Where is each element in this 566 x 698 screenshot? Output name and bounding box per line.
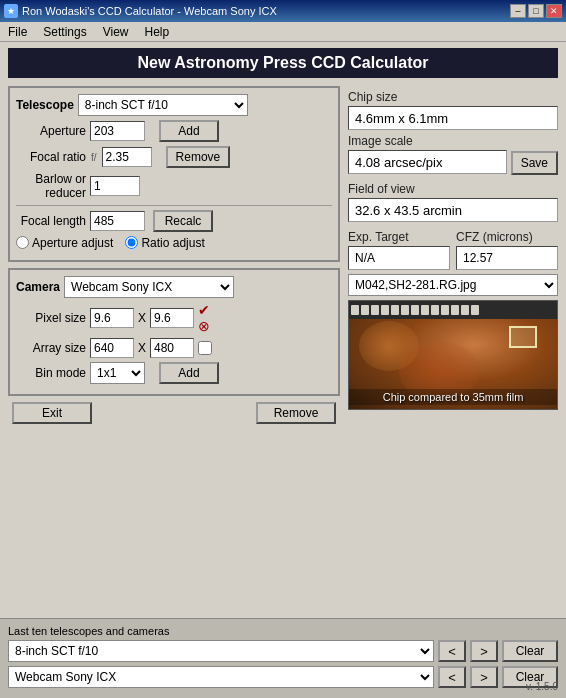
title-bar-left: ★ Ron Wodaski's CCD Calculator - Webcam … bbox=[4, 4, 277, 18]
film-strip bbox=[349, 301, 557, 319]
cfz-value: 12.57 bbox=[456, 246, 558, 270]
window-title: Ron Wodaski's CCD Calculator - Webcam So… bbox=[22, 5, 277, 17]
camera-next-button[interactable]: > bbox=[470, 666, 498, 688]
minimize-button[interactable]: – bbox=[510, 4, 526, 18]
left-column: Telescope 8-inch SCT f/10 Aperture Add F… bbox=[8, 86, 340, 428]
right-column: Chip size 4.6mm x 6.1mm Image scale 4.08… bbox=[348, 86, 558, 428]
image-scale-row: 4.08 arcsec/pix Save bbox=[348, 148, 558, 178]
camera-history-select[interactable]: Webcam Sony ICX bbox=[8, 666, 434, 688]
telescope-history-select[interactable]: 8-inch SCT f/10 bbox=[8, 640, 434, 662]
exit-remove-row: Exit Remove bbox=[8, 402, 340, 424]
focal-length-label: Focal length bbox=[16, 214, 86, 228]
film-hole-10 bbox=[441, 305, 449, 315]
telescope-label: Telescope bbox=[16, 98, 74, 112]
bin-mode-label: Bin mode bbox=[16, 366, 86, 380]
focal-ratio-input[interactable] bbox=[102, 147, 152, 167]
bottom-section: Last ten telescopes and cameras 8-inch S… bbox=[0, 618, 566, 698]
pixel-y-input[interactable] bbox=[150, 308, 194, 328]
bottom-label: Last ten telescopes and cameras bbox=[8, 625, 558, 637]
aperture-adjust-radio[interactable] bbox=[16, 236, 29, 249]
menu-bar: File Settings View Help bbox=[0, 22, 566, 42]
chip-size-value: 4.6mm x 6.1mm bbox=[348, 106, 558, 130]
film-hole-9 bbox=[431, 305, 439, 315]
film-hole-1 bbox=[351, 305, 359, 315]
telescope-section: Telescope 8-inch SCT f/10 Aperture Add F… bbox=[8, 86, 340, 262]
remove-camera-button[interactable]: Remove bbox=[256, 402, 336, 424]
pixel-size-row: Pixel size X ✔⊗ bbox=[16, 302, 332, 334]
two-column-layout: Telescope 8-inch SCT f/10 Aperture Add F… bbox=[8, 86, 558, 428]
focal-ratio-label: Focal ratio bbox=[16, 150, 86, 164]
camera-label: Camera bbox=[16, 280, 60, 294]
add-camera-button[interactable]: Add bbox=[159, 362, 219, 384]
image-dropdown[interactable]: M042,SH2-281.RG.jpg bbox=[348, 274, 558, 296]
menu-file[interactable]: File bbox=[4, 23, 31, 41]
cfz-label: CFZ (microns) bbox=[456, 230, 558, 244]
array-size-row: Array size X bbox=[16, 338, 332, 358]
window-controls: – □ ✕ bbox=[510, 4, 562, 18]
add-telescope-button[interactable]: Add bbox=[159, 120, 219, 142]
fov-label: Field of view bbox=[348, 182, 558, 196]
focal-length-input[interactable] bbox=[90, 211, 145, 231]
radio-group: Aperture adjust Ratio adjust bbox=[16, 236, 332, 250]
film-hole-5 bbox=[391, 305, 399, 315]
recalc-button[interactable]: Recalc bbox=[153, 210, 213, 232]
telescope-history-row: 8-inch SCT f/10 < > Clear bbox=[8, 640, 558, 662]
aperture-label: Aperture bbox=[16, 124, 86, 138]
array-checkbox[interactable] bbox=[198, 341, 212, 355]
film-hole-3 bbox=[371, 305, 379, 315]
array-y-input[interactable] bbox=[150, 338, 194, 358]
cfz-box: CFZ (microns) 12.57 bbox=[456, 226, 558, 274]
telescope-prev-button[interactable]: < bbox=[438, 640, 466, 662]
aperture-adjust-label: Aperture adjust bbox=[32, 236, 113, 250]
image-scale-value: 4.08 arcsec/pix bbox=[348, 150, 507, 174]
pixel-size-label: Pixel size bbox=[16, 311, 86, 325]
array-x-label: X bbox=[138, 341, 146, 355]
pixel-lock-icon[interactable]: ✔⊗ bbox=[198, 302, 210, 334]
ratio-adjust-option: Ratio adjust bbox=[125, 236, 204, 250]
chip-image-label: Chip compared to 35mm film bbox=[349, 389, 557, 405]
main-content: New Astronomy Press CCD Calculator Teles… bbox=[0, 42, 566, 434]
film-hole-12 bbox=[461, 305, 469, 315]
camera-select[interactable]: Webcam Sony ICX bbox=[64, 276, 234, 298]
film-hole-6 bbox=[401, 305, 409, 315]
barlow-input[interactable] bbox=[90, 176, 140, 196]
aperture-row: Aperture Add bbox=[16, 120, 332, 142]
bin-mode-row: Bin mode 1x12x23x3 Add bbox=[16, 362, 332, 384]
chip-image-inner: Chip compared to 35mm film bbox=[349, 301, 557, 409]
camera-prev-button[interactable]: < bbox=[438, 666, 466, 688]
telescope-select[interactable]: 8-inch SCT f/10 bbox=[78, 94, 248, 116]
app-icon: ★ bbox=[4, 4, 18, 18]
film-hole-2 bbox=[361, 305, 369, 315]
ratio-adjust-label: Ratio adjust bbox=[141, 236, 204, 250]
array-x-input[interactable] bbox=[90, 338, 134, 358]
menu-settings[interactable]: Settings bbox=[39, 23, 90, 41]
image-scale-label: Image scale bbox=[348, 134, 558, 148]
fov-value: 32.6 x 43.5 arcmin bbox=[348, 198, 558, 222]
save-button[interactable]: Save bbox=[511, 151, 558, 175]
title-bar: ★ Ron Wodaski's CCD Calculator - Webcam … bbox=[0, 0, 566, 22]
camera-history-row: Webcam Sony ICX < > Clear bbox=[8, 666, 558, 688]
close-button[interactable]: ✕ bbox=[546, 4, 562, 18]
film-hole-11 bbox=[451, 305, 459, 315]
camera-row: Camera Webcam Sony ICX bbox=[16, 276, 332, 298]
focal-ratio-icon: f/ bbox=[91, 152, 97, 163]
barlow-label: Barlow orreducer bbox=[16, 172, 86, 201]
remove-telescope-button[interactable]: Remove bbox=[166, 146, 231, 168]
telescope-row: Telescope 8-inch SCT f/10 bbox=[16, 94, 332, 116]
exp-cfz-row: Exp. Target N/A CFZ (microns) 12.57 bbox=[348, 226, 558, 274]
maximize-button[interactable]: □ bbox=[528, 4, 544, 18]
menu-help[interactable]: Help bbox=[141, 23, 174, 41]
exit-button[interactable]: Exit bbox=[12, 402, 92, 424]
ratio-adjust-radio[interactable] bbox=[125, 236, 138, 249]
app-title: New Astronomy Press CCD Calculator bbox=[8, 48, 558, 78]
bin-mode-select[interactable]: 1x12x23x3 bbox=[90, 362, 145, 384]
aperture-input[interactable] bbox=[90, 121, 145, 141]
film-hole-4 bbox=[381, 305, 389, 315]
pixel-x-input[interactable] bbox=[90, 308, 134, 328]
telescope-next-button[interactable]: > bbox=[470, 640, 498, 662]
array-size-label: Array size bbox=[16, 341, 86, 355]
version-label: v. 1.5.0 bbox=[526, 681, 558, 692]
menu-view[interactable]: View bbox=[99, 23, 133, 41]
telescope-clear-button[interactable]: Clear bbox=[502, 640, 558, 662]
chip-size-label: Chip size bbox=[348, 90, 558, 104]
